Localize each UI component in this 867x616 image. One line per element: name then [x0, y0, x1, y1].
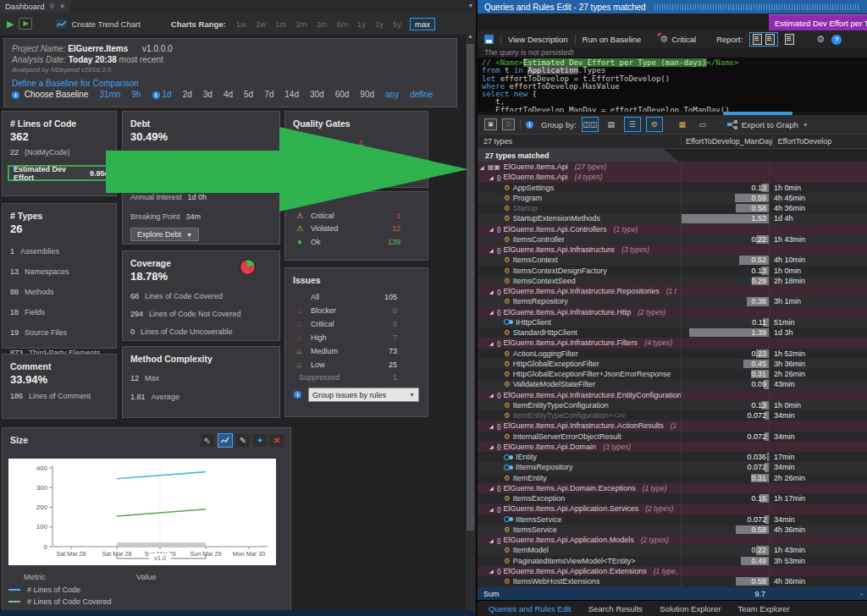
- query-doc-tab[interactable]: Estimated Dev Effort per Typ: [769, 14, 867, 30]
- table-row[interactable]: ⚙ItemEntityTypeConfiguration+<>c0.07234m…: [478, 410, 867, 421]
- table-row[interactable]: ⚙StandardHttpClient1.391d 3h: [478, 327, 867, 338]
- table-row[interactable]: ⚙ItemEntityTypeConfiguration0.131h 0min: [478, 400, 867, 410]
- table-row[interactable]: ⚙ItemsRepository0.383h 1min: [478, 296, 867, 306]
- report-doc2-icon[interactable]: [765, 34, 775, 45]
- col-effort-manday[interactable]: EffortToDevelop_ManDay: [681, 137, 772, 146]
- table-row[interactable]: ⚙ItemsController0.221h 43min: [478, 234, 867, 245]
- issue-row[interactable]: ⌂High7: [294, 333, 419, 342]
- baseline-option[interactable]: 5d: [244, 90, 253, 99]
- dashboard-vertical-scrollbar[interactable]: ▲: [466, 32, 475, 610]
- table-row[interactable]: ⚙AppSettings0.131h 0min: [478, 183, 867, 193]
- charts-range-option[interactable]: 5y: [393, 19, 401, 29]
- issue-row[interactable]: ⌂Critical0: [294, 319, 419, 328]
- tree-expander-icon[interactable]: ◢: [489, 392, 494, 398]
- table-row[interactable]: ⚙ActionLoggingFilter0.231h 52min: [478, 349, 867, 359]
- define-baseline-link[interactable]: Define a Baseline for Comparison: [12, 79, 139, 88]
- report-doc-icon[interactable]: [753, 34, 762, 45]
- cursor-tool-icon[interactable]: ⇖: [201, 434, 214, 447]
- edit-tool-icon[interactable]: ✎: [236, 434, 250, 447]
- table-row[interactable]: ⚙ItemsException0.161h 17min: [478, 493, 867, 503]
- baseline-option[interactable]: 7d: [264, 90, 273, 99]
- groupby-type-icon[interactable]: ⚙: [646, 117, 663, 132]
- bottom-tab[interactable]: Team Explorer: [730, 604, 797, 613]
- baseline-option[interactable]: 4d: [224, 90, 233, 99]
- tree-expander-icon[interactable]: ◢: [480, 164, 484, 170]
- table-row[interactable]: IEntity0.03617min: [478, 452, 867, 462]
- charts-range-max[interactable]: max: [410, 18, 435, 30]
- save-icon[interactable]: [484, 35, 494, 44]
- groupby-parent-icon[interactable]: ◫◫: [582, 117, 599, 132]
- baseline-option[interactable]: 31mn: [99, 90, 120, 99]
- col-types[interactable]: 27 types: [478, 137, 681, 146]
- matched-tab[interactable]: 27 types matched: [478, 149, 679, 162]
- help-icon[interactable]: ?: [831, 35, 842, 45]
- table-group-row[interactable]: ◢{ }ElGuerre.Items.Api.Domain.Exceptions…: [478, 483, 867, 493]
- estimated-dev-effort-highlight[interactable]: Estimated Dev Effort 9.95d: [8, 165, 111, 181]
- explore-debt-button[interactable]: Explore Debt ▼: [130, 228, 199, 241]
- col-effort[interactable]: EffortToDevelop: [772, 137, 867, 146]
- charts-range-option[interactable]: 1y: [357, 19, 366, 29]
- chart-select-tool-icon[interactable]: [218, 433, 233, 448]
- delete-chart-icon[interactable]: ✕: [270, 434, 284, 447]
- run-on-baseline-button[interactable]: Run on Baseline: [583, 35, 642, 44]
- export-to-graph-button[interactable]: Export to Graph ▼: [727, 120, 809, 129]
- group-issues-dropdown[interactable]: Group issues by rules ▼: [308, 388, 419, 402]
- table-row[interactable]: ⚙ItemsContextDesignFactory0.131h 0min: [478, 266, 867, 276]
- quality-gate-row[interactable]: ⚠Violated12: [294, 224, 419, 233]
- baseline-option[interactable]: define: [410, 90, 433, 99]
- table-group-row[interactable]: ◢{ }ElGuerre.Items.Api.Infrastructure.En…: [478, 390, 867, 400]
- table-group-row[interactable]: ◢{ }ElGuerre.Items.Api.Infrastructure(3 …: [478, 245, 867, 255]
- tree-expander-icon[interactable]: ◢: [489, 340, 494, 346]
- table-group-row[interactable]: ◢{ }ElGuerre.Items.Api.Infrastructure.Ac…: [478, 421, 867, 431]
- table-row[interactable]: ⚙ItemsContext0.524h 10min: [478, 255, 867, 265]
- table-row[interactable]: ⚙ItemModel0.221h 43min: [478, 545, 867, 555]
- tree-expander-icon[interactable]: ◢: [489, 309, 494, 315]
- table-row[interactable]: IHttpClient0.1151min: [478, 317, 867, 327]
- quality-gate-row[interactable]: ⚠Critical1: [294, 212, 419, 220]
- table-group-row[interactable]: ◢{ }ElGuerre.Items.Api.Infrastructure.Re…: [478, 286, 867, 296]
- groupby-rule-icon[interactable]: ▤: [604, 118, 619, 131]
- baseline-option[interactable]: 90d: [360, 90, 374, 99]
- baseline-option[interactable]: 2d: [183, 90, 192, 99]
- baseline-option[interactable]: 3d: [203, 90, 213, 99]
- doc-view-icon[interactable]: ▭: [695, 118, 710, 131]
- close-icon[interactable]: ✕: [59, 3, 65, 10]
- table-row[interactable]: ⚙StartupExtensionMethods1.531d 4h: [478, 213, 867, 223]
- expand-all-icon[interactable]: ▣: [484, 118, 497, 130]
- bottom-tab[interactable]: Queries and Rules Edit: [481, 604, 579, 613]
- query-code-editor[interactable]: // <Name>Estimated Dev Effort per Type (…: [478, 58, 867, 112]
- critical-toggle[interactable]: Critical: [671, 35, 696, 44]
- tabstrip-caret-icon[interactable]: ▾: [469, 2, 472, 9]
- quality-gate-row[interactable]: ●Ok139: [294, 237, 419, 246]
- tree-expander-icon[interactable]: ◢: [489, 568, 494, 574]
- tree-expander-icon[interactable]: ◢: [489, 485, 494, 491]
- tree-expander-icon[interactable]: ◢: [489, 537, 494, 543]
- tree-expander-icon[interactable]: ◢: [489, 443, 494, 449]
- table-row[interactable]: ⚙HttpGlobalExceptionFilter+JsonErrorResp…: [478, 369, 867, 379]
- charts-range-option[interactable]: 2w: [256, 19, 266, 29]
- tree-expander-icon[interactable]: ◢: [489, 226, 494, 232]
- table-row[interactable]: ⚙ItemsService0.584h 36min: [478, 525, 867, 535]
- matrix-icon[interactable]: ▦: [675, 118, 690, 131]
- critical-gear-icon[interactable]: ⚙: [660, 34, 668, 45]
- view-description-button[interactable]: View Description: [508, 35, 568, 44]
- table-row[interactable]: ⚙ItemsWebHostExtensions0.584h 36min: [478, 576, 867, 586]
- charts-range-option[interactable]: 3m: [316, 19, 327, 29]
- table-row[interactable]: IItemsService0.07234min: [478, 514, 867, 525]
- table-group-row[interactable]: ◢{ }ElGuerre.Items.Api.Infrastructure.Ht…: [478, 307, 867, 317]
- table-row[interactable]: ⚙InternalServerErrorObjectResult0.07234m…: [478, 432, 867, 442]
- charts-range-option[interactable]: 1w: [236, 19, 246, 29]
- create-trend-chart-button[interactable]: Create Trend Chart: [71, 19, 140, 29]
- table-row[interactable]: ⚙ValidateModelStateFilter0.0943min: [478, 379, 867, 389]
- table-row[interactable]: ⚙PaginatedItemsViewModel<TEntity>0.493h …: [478, 556, 867, 566]
- table-group-row[interactable]: ◢{ }ElGuerre.Items.Api.Application.Exten…: [478, 566, 867, 576]
- pan-tool-icon[interactable]: ✦: [253, 434, 267, 447]
- table-group-row[interactable]: ◢{ }ElGuerre.Items.Api.Application.Model…: [478, 535, 867, 545]
- table-row[interactable]: ⚙HttpGlobalExceptionFilter0.453h 36min: [478, 359, 867, 369]
- baseline-option[interactable]: 14d: [284, 90, 299, 99]
- baseline-option[interactable]: 9h: [131, 90, 141, 99]
- collapse-all-icon[interactable]: □: [502, 118, 515, 130]
- table-row[interactable]: ⚙ItemsContextSeed0.292h 18min: [478, 276, 867, 286]
- baseline-option[interactable]: any: [385, 90, 399, 99]
- table-group-row[interactable]: ◢{ }ElGuerre.Items.Api.Controllers(1 typ…: [478, 224, 867, 234]
